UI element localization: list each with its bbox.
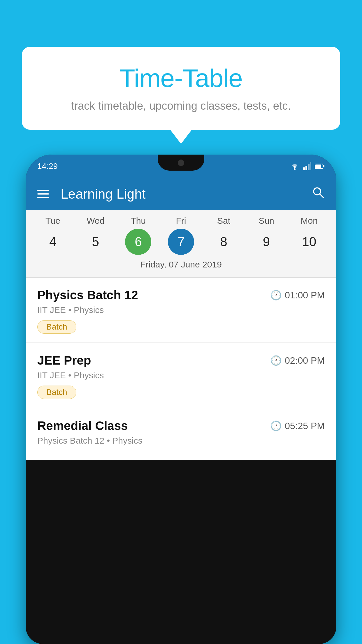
day-10[interactable]: 10: [296, 229, 322, 255]
signal-icon: [303, 162, 311, 170]
svg-point-0: [294, 168, 296, 170]
class-item-physics-batch[interactable]: Physics Batch 12 🕐 01:00 PM IIT JEE • Ph…: [26, 278, 336, 343]
day-5[interactable]: 5: [82, 229, 109, 255]
svg-rect-2: [305, 166, 307, 170]
day-header-fri: Fri: [164, 216, 198, 226]
status-icons: [290, 162, 325, 170]
class-title-3: Remedial Class: [37, 419, 128, 433]
class-list: Physics Batch 12 🕐 01:00 PM IIT JEE • Ph…: [26, 278, 336, 460]
day-header-thu: Thu: [121, 216, 156, 226]
camera-dot: [178, 160, 184, 166]
status-bar: 14:29: [26, 155, 336, 178]
screen-content: Tue Wed Thu Fri Sat Sun Mon 4 5 6 7 8 9 …: [26, 210, 336, 460]
day-header-mon: Mon: [292, 216, 327, 226]
svg-rect-1: [303, 167, 305, 170]
class-time-2: 🕐 02:00 PM: [270, 355, 325, 366]
speech-bubble: Time-Table track timetable, upcoming cla…: [22, 47, 340, 130]
day-7-selected[interactable]: 7: [168, 229, 194, 255]
clock-icon-1: 🕐: [270, 290, 282, 301]
day-header-sun: Sun: [249, 216, 284, 226]
day-header-tue: Tue: [35, 216, 70, 226]
class-item-row1: Physics Batch 12 🕐 01:00 PM: [37, 288, 325, 302]
day-headers: Tue Wed Thu Fri Sat Sun Mon: [26, 216, 336, 226]
phone-frame: 14:29: [26, 155, 336, 644]
clock-icon-2: 🕐: [270, 355, 282, 366]
calendar-strip: Tue Wed Thu Fri Sat Sun Mon 4 5 6 7 8 9 …: [26, 210, 336, 277]
batch-badge-2: Batch: [37, 386, 76, 399]
svg-rect-6: [315, 164, 321, 168]
day-numbers: 4 5 6 7 8 9 10: [26, 229, 336, 255]
status-time: 14:29: [37, 162, 58, 171]
class-subtitle-3: Physics Batch 12 • Physics: [37, 436, 325, 446]
svg-line-9: [320, 194, 324, 198]
clock-icon-3: 🕐: [270, 420, 282, 431]
hamburger-menu-icon[interactable]: [37, 190, 49, 198]
day-9[interactable]: 9: [253, 229, 280, 255]
search-button[interactable]: [312, 186, 325, 202]
class-title-1: Physics Batch 12: [37, 288, 138, 302]
class-time-1: 🕐 01:00 PM: [270, 290, 325, 301]
day-4[interactable]: 4: [40, 229, 66, 255]
notch-cutout: [158, 155, 204, 171]
wifi-icon: [290, 162, 300, 170]
selected-date-label: Friday, 07 June 2019: [26, 260, 336, 274]
batch-badge-1: Batch: [37, 320, 76, 334]
search-icon: [312, 186, 325, 199]
class-item-jee-prep[interactable]: JEE Prep 🕐 02:00 PM IIT JEE • Physics Ba…: [26, 343, 336, 408]
svg-rect-3: [308, 164, 310, 170]
battery-icon: [315, 163, 325, 169]
svg-rect-7: [323, 165, 324, 167]
bubble-subtitle: track timetable, upcoming classes, tests…: [39, 98, 323, 114]
day-8[interactable]: 8: [211, 229, 237, 255]
class-item-row3: Remedial Class 🕐 05:25 PM: [37, 419, 325, 433]
speech-bubble-wrapper: Time-Table track timetable, upcoming cla…: [22, 47, 340, 130]
day-6-today[interactable]: 6: [125, 229, 151, 255]
class-item-row2: JEE Prep 🕐 02:00 PM: [37, 354, 325, 368]
bubble-title: Time-Table: [39, 64, 323, 92]
class-subtitle-1: IIT JEE • Physics: [37, 305, 325, 315]
svg-rect-4: [310, 162, 311, 170]
class-title-2: JEE Prep: [37, 354, 91, 368]
class-subtitle-2: IIT JEE • Physics: [37, 370, 325, 380]
class-item-remedial[interactable]: Remedial Class 🕐 05:25 PM Physics Batch …: [26, 408, 336, 460]
app-bar-title: Learning Light: [61, 186, 312, 202]
class-time-3: 🕐 05:25 PM: [270, 420, 325, 431]
day-header-wed: Wed: [78, 216, 113, 226]
day-header-sat: Sat: [206, 216, 241, 226]
app-bar: Learning Light: [26, 178, 336, 210]
